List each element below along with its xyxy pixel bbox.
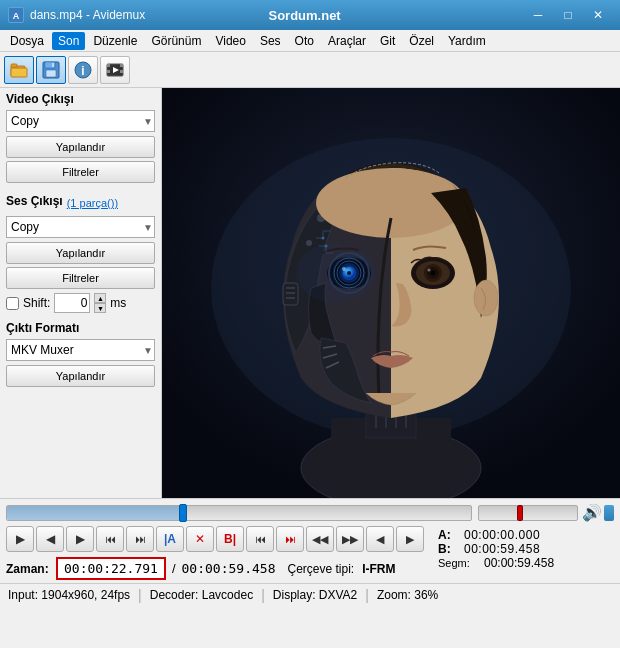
mini-progress-track[interactable]	[478, 505, 578, 521]
svg-point-52	[296, 243, 376, 303]
time-row: Zaman: 00:00:22.791 / 00:00:59.458 Çerçe…	[0, 554, 430, 583]
format-configure-button[interactable]: Yapılandır	[6, 365, 155, 387]
menu-duzenle[interactable]: Düzenle	[87, 32, 143, 50]
menu-ses[interactable]: Ses	[254, 32, 287, 50]
menu-dosya[interactable]: Dosya	[4, 32, 50, 50]
status-input: Input: 1904x960, 24fps	[8, 588, 130, 602]
marker-b-button[interactable]: B|	[216, 526, 244, 552]
main-content: Video Çıkışı Copy ▼ Yapılandır Filtreler…	[0, 88, 620, 498]
sep2: |	[261, 587, 265, 603]
audio-codec-dropdown-container: Copy ▼	[6, 216, 155, 238]
goto-end-button[interactable]: ⏭	[276, 526, 304, 552]
svg-point-34	[421, 278, 481, 358]
seg-label: Segm:	[438, 557, 478, 569]
marker-a-button[interactable]: |A	[156, 526, 184, 552]
audio-parts-label[interactable]: (1 parça())	[67, 197, 118, 209]
close-button[interactable]: ✕	[584, 5, 612, 25]
menu-ozel[interactable]: Özel	[403, 32, 440, 50]
shift-input[interactable]	[54, 293, 90, 313]
svg-text:A: A	[13, 11, 20, 21]
fastforward-button[interactable]: ⏭	[126, 526, 154, 552]
shift-row: Shift: ▲ ▼ ms	[6, 293, 155, 313]
forward-frame-button[interactable]: ▶	[66, 526, 94, 552]
sep3: |	[365, 587, 369, 603]
video-content	[162, 88, 620, 498]
info-button[interactable]: i	[68, 56, 98, 84]
svg-rect-54	[283, 283, 298, 305]
film-button[interactable]	[100, 56, 130, 84]
menu-gorunum[interactable]: Görünüm	[145, 32, 207, 50]
menu-son[interactable]: Son	[52, 32, 85, 50]
video-preview	[162, 88, 620, 498]
menu-video[interactable]: Video	[209, 32, 251, 50]
time-separator: /	[172, 561, 176, 576]
menu-oto[interactable]: Oto	[289, 32, 320, 50]
menu-git[interactable]: Git	[374, 32, 401, 50]
open-button[interactable]	[4, 56, 34, 84]
next-keyframe-button[interactable]: ▶▶	[336, 526, 364, 552]
site-label: Sordum.net	[85, 8, 524, 23]
a-time-row: A: 00:00:00.000	[438, 528, 612, 542]
toolbar: i	[0, 52, 620, 88]
main-progress-track[interactable]	[6, 505, 472, 521]
shift-down-button[interactable]: ▼	[94, 303, 106, 313]
video-output-title: Video Çıkışı	[6, 92, 155, 106]
clear-ab-button[interactable]: ✕	[186, 526, 214, 552]
app-icon: A	[8, 7, 24, 23]
goto-start-button[interactable]: ⏮	[246, 526, 274, 552]
audio-codec-dropdown[interactable]: Copy	[6, 216, 155, 238]
shift-checkbox[interactable]	[6, 297, 19, 310]
audio-output-title-row: Ses Çıkışı (1 parça())	[6, 194, 155, 212]
titlebar: A dans.mp4 - Avidemux Sordum.net ─ □ ✕	[0, 0, 620, 30]
status-decoder: Decoder: Lavcodec	[150, 588, 253, 602]
progress-thumb[interactable]	[179, 504, 187, 522]
current-time-display[interactable]: 00:00:22.791	[56, 557, 166, 580]
audio-configure-button[interactable]: Yapılandır	[6, 242, 155, 264]
svg-rect-4	[11, 64, 17, 67]
shift-label: Shift:	[23, 296, 50, 310]
play-button[interactable]: ▶	[6, 526, 34, 552]
next-frame-button[interactable]: ▶	[396, 526, 424, 552]
mini-thumb[interactable]	[517, 505, 523, 521]
seg-time-display: 00:00:59.458	[484, 556, 554, 570]
svg-point-53	[474, 280, 498, 316]
minimize-button[interactable]: ─	[524, 5, 552, 25]
svg-rect-15	[120, 70, 123, 73]
status-display: Display: DXVA2	[273, 588, 357, 602]
svg-point-51	[428, 269, 431, 272]
video-filters-button[interactable]: Filtreler	[6, 161, 155, 183]
svg-rect-12	[107, 64, 110, 67]
b-time-display: 00:00:59.458	[464, 542, 540, 556]
transport-row: ▶ ◀ ▶ ⏮ ⏭ |A ✕ B| ⏮ ⏭ ◀◀ ▶▶ ◀ ▶	[0, 524, 430, 554]
maximize-button[interactable]: □	[554, 5, 582, 25]
video-configure-button[interactable]: Yapılandır	[6, 136, 155, 158]
svg-point-58	[322, 237, 325, 240]
prev-frame-button[interactable]: ◀	[366, 526, 394, 552]
b-label: B:	[438, 542, 458, 556]
menu-araclar[interactable]: Araçlar	[322, 32, 372, 50]
format-title: Çıktı Formatı	[6, 321, 155, 335]
audio-filters-button[interactable]: Filtreler	[6, 267, 155, 289]
volume-icon[interactable]: 🔊	[582, 503, 602, 522]
video-frame	[162, 88, 620, 498]
menubar: Dosya Son Düzenle Görünüm Video Ses Oto …	[0, 30, 620, 52]
b-time-row: B: 00:00:59.458	[438, 542, 612, 556]
progress-bar-area: 🔊	[0, 499, 620, 524]
frame-type-value: I-FRM	[362, 562, 395, 576]
save-button[interactable]	[36, 56, 66, 84]
video-codec-dropdown-container: Copy ▼	[6, 110, 155, 132]
sep1: |	[138, 587, 142, 603]
rewind-button[interactable]: ⏮	[96, 526, 124, 552]
svg-point-29	[306, 240, 312, 246]
video-codec-dropdown[interactable]: Copy	[6, 110, 155, 132]
window-controls: ─ □ ✕	[524, 5, 612, 25]
shift-up-button[interactable]: ▲	[94, 293, 106, 303]
ab-info-panel: A: 00:00:00.000 B: 00:00:59.458 Segm: 00…	[430, 524, 620, 583]
svg-rect-13	[107, 70, 110, 73]
back-frame-button[interactable]: ◀	[36, 526, 64, 552]
bottom-area: 🔊 ▶ ◀ ▶ ⏮ ⏭ |A ✕ B| ⏮ ⏭ ◀◀ ▶▶ ◀ ▶	[0, 498, 620, 583]
menu-yardim[interactable]: Yardım	[442, 32, 492, 50]
format-dropdown[interactable]: MKV Muxer	[6, 339, 155, 361]
prev-keyframe-button[interactable]: ◀◀	[306, 526, 334, 552]
format-section: Çıktı Formatı MKV Muxer ▼ Yapılandır	[6, 321, 155, 387]
